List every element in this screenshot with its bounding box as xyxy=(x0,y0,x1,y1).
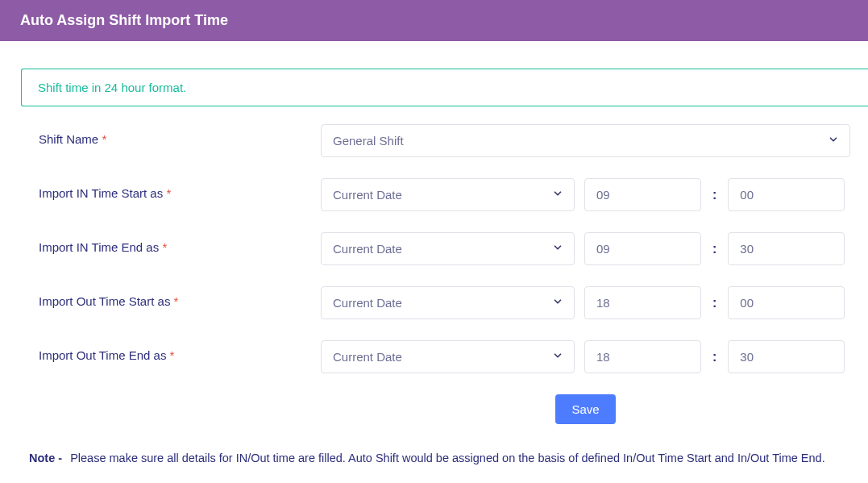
page-title: Auto Assign Shift Import Time xyxy=(0,0,868,41)
in-end-minute-input[interactable] xyxy=(728,232,845,265)
label-in-end: Import IN Time End as * xyxy=(39,232,321,254)
note-text: Please make sure all details for IN/Out … xyxy=(70,452,825,464)
label-in-end-text: Import IN Time End as xyxy=(39,240,159,254)
note-label: Note - xyxy=(29,452,62,464)
required-marker: * xyxy=(166,186,171,200)
label-in-start-text: Import IN Time Start as xyxy=(39,186,163,200)
label-out-end: Import Out Time End as * xyxy=(39,340,321,362)
row-out-end: Import Out Time End as * Current Date : xyxy=(39,340,850,373)
label-in-start: Import IN Time Start as * xyxy=(39,178,321,200)
label-shift-name: Shift Name * xyxy=(39,124,321,146)
in-start-date-select[interactable]: Current Date xyxy=(321,178,575,211)
row-shift-name: Shift Name * General Shift xyxy=(39,124,850,157)
required-marker: * xyxy=(174,294,179,308)
required-marker: * xyxy=(102,132,106,146)
required-marker: * xyxy=(170,348,175,362)
label-shift-name-text: Shift Name xyxy=(39,132,98,146)
info-alert: Shift time in 24 hour format. xyxy=(21,69,868,106)
out-start-date-select[interactable]: Current Date xyxy=(321,286,575,319)
label-out-start: Import Out Time Start as * xyxy=(39,286,321,308)
time-colon: : xyxy=(711,350,718,364)
row-in-start: Import IN Time Start as * Current Date : xyxy=(39,178,850,211)
out-end-date-select[interactable]: Current Date xyxy=(321,340,575,373)
in-start-hour-input[interactable] xyxy=(584,178,701,211)
in-end-date-select[interactable]: Current Date xyxy=(321,232,575,265)
out-end-hour-input[interactable] xyxy=(584,340,701,373)
time-colon: : xyxy=(711,188,718,202)
row-in-end: Import IN Time End as * Current Date : xyxy=(39,232,850,265)
in-end-hour-input[interactable] xyxy=(584,232,701,265)
out-start-minute-input[interactable] xyxy=(728,286,845,319)
label-out-start-text: Import Out Time Start as xyxy=(39,294,170,308)
save-button[interactable]: Save xyxy=(555,394,615,424)
out-end-minute-input[interactable] xyxy=(728,340,845,373)
row-out-start: Import Out Time Start as * Current Date … xyxy=(39,286,850,319)
required-marker: * xyxy=(162,240,167,254)
label-out-end-text: Import Out Time End as xyxy=(39,348,166,362)
out-start-hour-input[interactable] xyxy=(584,286,701,319)
shift-name-select[interactable]: General Shift xyxy=(321,124,850,157)
time-colon: : xyxy=(711,296,718,310)
time-colon: : xyxy=(711,242,718,256)
note-section: Note - Please make sure all details for … xyxy=(6,439,868,473)
in-start-minute-input[interactable] xyxy=(728,178,845,211)
